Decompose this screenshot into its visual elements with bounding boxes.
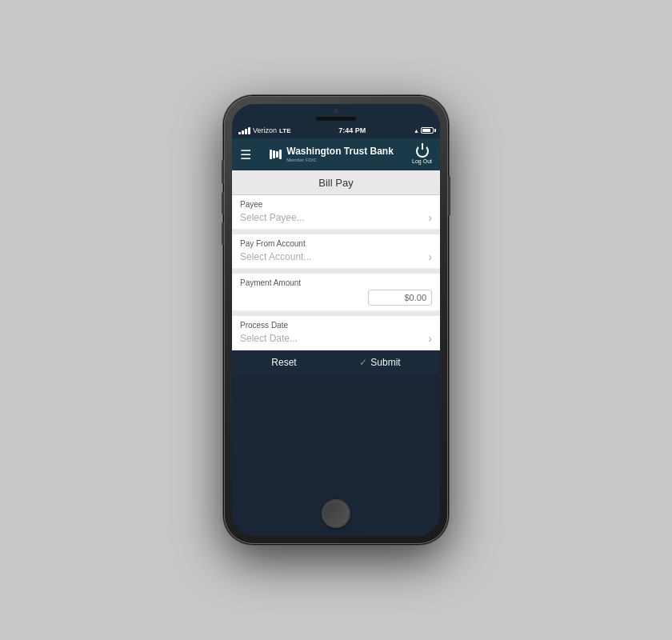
home-button[interactable] [322, 499, 350, 528]
action-bar: Reset ✓ Submit [232, 350, 440, 374]
pay-from-chevron-icon: › [428, 250, 432, 263]
network-type: LTE [279, 127, 291, 134]
volume-up-button[interactable] [222, 192, 224, 214]
menu-hamburger-icon[interactable]: ☰ [240, 147, 251, 162]
phone-device: Verizon LTE 7:44 PM ▲ ☰ [224, 96, 448, 544]
page-title-bar: Bill Pay [232, 170, 440, 195]
app-header: ☰ Washington Trust Bank Member FDIC Log … [232, 138, 440, 170]
battery-fill [422, 129, 430, 132]
page-title: Bill Pay [318, 177, 353, 189]
payee-label: Payee [240, 200, 432, 209]
pay-from-placeholder: Select Account... [240, 251, 428, 262]
wifi-icon: ▲ [414, 128, 419, 134]
power-icon [416, 145, 429, 158]
form-area: Payee Select Payee... › Pay From Account… [232, 195, 440, 350]
pay-from-label: Pay From Account [240, 239, 432, 248]
status-right: ▲ [414, 127, 434, 134]
signal-bar-3 [245, 129, 247, 134]
signal-bar-2 [242, 130, 244, 134]
check-icon: ✓ [359, 357, 367, 368]
header-brand: Washington Trust Bank Member FDIC [270, 146, 394, 162]
payee-placeholder: Select Payee... [240, 212, 428, 223]
logout-label: Log Out [412, 158, 432, 164]
signal-bar-4 [248, 127, 250, 134]
process-date-section: Process Date Select Date... › [232, 316, 440, 350]
logout-button[interactable]: Log Out [412, 145, 432, 164]
amount-input-row [240, 290, 432, 306]
volume-down-button[interactable] [222, 222, 224, 245]
bank-logo-icon [270, 150, 282, 159]
submit-label: Submit [370, 357, 400, 368]
notch-area [232, 104, 440, 115]
amount-input[interactable] [368, 290, 432, 306]
earpiece-speaker [316, 117, 356, 121]
front-camera [334, 109, 338, 114]
process-date-field-row[interactable]: Select Date... › [240, 332, 432, 345]
status-left: Verizon LTE [238, 126, 291, 134]
pay-from-section: Pay From Account Select Account... › [232, 234, 440, 268]
signal-bar-1 [238, 132, 241, 134]
submit-button[interactable]: ✓ Submit [359, 357, 400, 368]
brand-text-block: Washington Trust Bank Member FDIC [286, 146, 394, 162]
battery-icon [421, 127, 434, 134]
amount-section: Payment Amount [232, 274, 440, 310]
carrier-text: Verizon [253, 126, 277, 134]
bank-sub-label: Member FDIC [286, 158, 394, 162]
amount-label: Payment Amount [240, 278, 432, 287]
dark-bottom-area [232, 374, 440, 536]
process-date-chevron-icon: › [428, 332, 432, 345]
bank-name: Washington Trust Bank [286, 146, 394, 157]
payee-chevron-icon: › [428, 211, 432, 224]
status-time: 7:44 PM [338, 126, 366, 134]
status-bar: Verizon LTE 7:44 PM ▲ [232, 122, 440, 138]
reset-button[interactable]: Reset [271, 357, 296, 368]
pay-from-field-row[interactable]: Select Account... › [240, 250, 432, 263]
process-date-label: Process Date [240, 321, 432, 330]
process-date-placeholder: Select Date... [240, 333, 428, 344]
payee-section: Payee Select Payee... › [232, 195, 440, 229]
signal-strength [238, 127, 250, 134]
phone-screen: Verizon LTE 7:44 PM ▲ ☰ [232, 104, 440, 536]
payee-field-row[interactable]: Select Payee... › [240, 211, 432, 224]
